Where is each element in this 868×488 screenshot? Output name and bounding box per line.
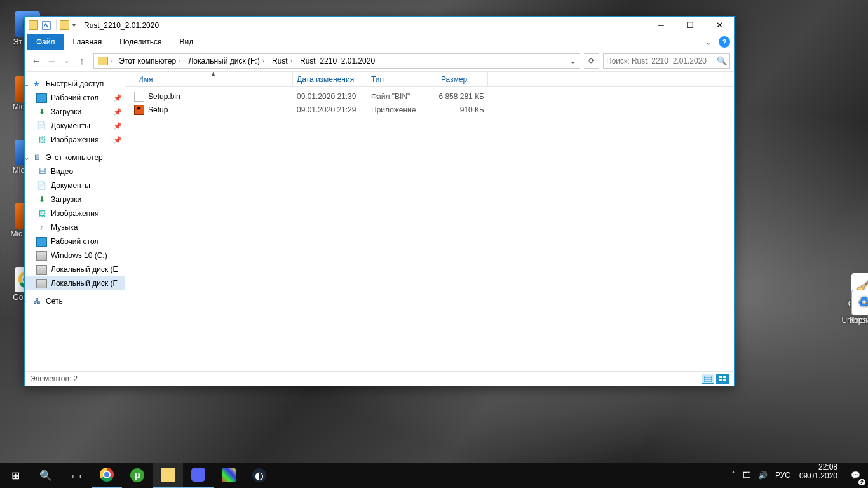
pin-icon: 📌: [113, 94, 122, 102]
sidebar-network[interactable]: › 🖧 Сеть: [25, 294, 125, 308]
folder-icon: [60, 20, 69, 30]
file-explorer-window: ▾ Rust_2210_2.01.2020 ─ ☐ ✕ Файл Главная…: [24, 16, 735, 386]
search-box[interactable]: 🔍: [603, 53, 730, 69]
breadcrumb-seg[interactable]: Локальный диск (F:)›: [184, 54, 268, 68]
taskbar-rubik[interactable]: [214, 463, 244, 488]
nav-recent-icon[interactable]: ⌄: [59, 53, 74, 69]
monitor-icon: [36, 237, 47, 247]
sort-asc-icon: ▲: [210, 72, 216, 77]
taskbar-utorrent[interactable]: µ: [122, 463, 153, 488]
pictures-icon: 🖼: [36, 209, 47, 219]
sidebar-item-pictures-2[interactable]: 🖼Изображения: [25, 207, 125, 220]
desktop-icon-trash[interactable]: ♻ Корзина: [841, 290, 868, 337]
tray-notifications[interactable]: 💬 2: [843, 463, 868, 488]
star-icon: ★: [31, 79, 42, 89]
sidebar-item-documents-2[interactable]: 📄Документы: [25, 179, 125, 193]
sidebar-item-documents[interactable]: 📄Документы📌: [25, 119, 125, 133]
taskbar-chrome[interactable]: [92, 463, 122, 488]
maximize-button[interactable]: ☐: [675, 17, 705, 34]
sidebar-item-videos[interactable]: 🎞Видео: [25, 165, 125, 179]
sidebar-item-drive-c[interactable]: Windows 10 (C:): [25, 248, 125, 262]
ribbon-tab-share[interactable]: Поделиться: [111, 34, 170, 50]
view-details-button[interactable]: [702, 374, 714, 384]
search-button[interactable]: 🔍: [31, 463, 61, 488]
nav-forward-button[interactable]: →: [44, 53, 59, 69]
music-icon: ♪: [36, 223, 47, 233]
tray-language[interactable]: РУС: [771, 463, 794, 488]
file-row[interactable]: Setup 09.01.2020 21:29 Приложение 910 КБ: [134, 103, 734, 116]
utorrent-icon: µ: [130, 468, 144, 482]
document-icon: 📄: [36, 121, 47, 131]
tray-power-icon[interactable]: 🗔: [739, 463, 754, 488]
system-tray: ˄ 🗔 🔊 РУС 22:08 09.01.2020 💬 2: [728, 463, 868, 488]
video-icon: 🎞: [36, 167, 47, 177]
ribbon-tab-view[interactable]: Вид: [170, 34, 202, 50]
taskview-button[interactable]: ▭: [61, 463, 92, 488]
sidebar-item-pictures[interactable]: 🖼Изображения📌: [25, 133, 125, 147]
download-icon: ⬇: [36, 195, 47, 205]
breadcrumb-seg[interactable]: Rust›: [268, 54, 296, 68]
sidebar-this-pc[interactable]: ⌄ 🖥 Этот компьютер: [25, 151, 125, 165]
sidebar-quick-access[interactable]: ⌄ ★ Быстрый доступ: [25, 77, 125, 91]
pictures-icon: 🖼: [36, 135, 47, 145]
search-input[interactable]: [606, 57, 717, 65]
svg-rect-6: [719, 379, 722, 381]
document-icon: 📄: [36, 181, 47, 191]
pin-icon: 📌: [113, 122, 122, 130]
navigation-pane: ⌄ ★ Быстрый доступ Рабочий стол📌 ⬇Загруз…: [25, 72, 125, 371]
qat-properties-icon[interactable]: [42, 21, 51, 30]
close-button[interactable]: ✕: [705, 17, 734, 34]
help-icon[interactable]: ?: [719, 36, 730, 48]
column-type[interactable]: Тип: [367, 72, 437, 86]
address-bar[interactable]: › Этот компьютер› Локальный диск (F:)› R…: [93, 53, 580, 69]
minimize-button[interactable]: ─: [646, 17, 675, 34]
search-icon[interactable]: 🔍: [717, 56, 727, 65]
breadcrumb-seg[interactable]: Rust_2210_2.01.2020: [296, 54, 379, 68]
search-icon: 🔍: [39, 468, 53, 482]
network-icon: 🖧: [31, 297, 42, 306]
folder-icon: [29, 20, 38, 30]
ribbon-expand-icon[interactable]: ⌄: [705, 37, 712, 47]
view-large-button[interactable]: [716, 374, 729, 384]
nav-back-button[interactable]: ←: [29, 53, 44, 69]
start-button[interactable]: ⊞: [0, 463, 31, 488]
sidebar-item-downloads-2[interactable]: ⬇Загрузки: [25, 193, 125, 207]
folder-icon: [98, 57, 108, 65]
address-dropdown-icon[interactable]: ⌄: [566, 56, 580, 65]
sidebar-item-desktop-2[interactable]: Рабочий стол: [25, 234, 125, 248]
ribbon-tab-home[interactable]: Главная: [64, 34, 111, 50]
drive-icon: [36, 265, 47, 274]
sidebar-item-music[interactable]: ♪Музыка: [25, 220, 125, 234]
sidebar-item-drive-e[interactable]: Локальный диск (E: [25, 262, 125, 276]
pin-icon: 📌: [113, 136, 122, 144]
svg-rect-1: [704, 376, 712, 382]
status-text: Элементов: 2: [30, 374, 78, 383]
column-name[interactable]: Имя▲: [134, 72, 293, 86]
tray-clock[interactable]: 22:08 09.01.2020: [794, 463, 843, 488]
taskbar-discord[interactable]: [183, 463, 214, 488]
tray-volume-icon[interactable]: 🔊: [754, 463, 771, 488]
folder-icon: [161, 468, 175, 482]
taskbar-explorer[interactable]: [153, 463, 183, 488]
titlebar[interactable]: ▾ Rust_2210_2.01.2020 ─ ☐ ✕: [25, 17, 734, 34]
ribbon-tab-file[interactable]: Файл: [27, 34, 64, 50]
qat-dropdown-icon[interactable]: ▾: [72, 22, 76, 29]
sidebar-item-downloads[interactable]: ⬇Загрузки📌: [25, 105, 125, 119]
tray-chevron-icon[interactable]: ˄: [728, 463, 739, 488]
pin-icon: 📌: [113, 108, 122, 116]
column-size[interactable]: Размер: [437, 72, 488, 86]
file-icon: [134, 92, 144, 102]
sidebar-item-drive-f[interactable]: Локальный диск (F: [25, 276, 125, 290]
download-icon: ⬇: [36, 107, 47, 117]
refresh-button[interactable]: ⟳: [584, 53, 599, 69]
breadcrumb-seg[interactable]: Этот компьютер›: [115, 54, 184, 68]
window-title: Rust_2210_2.01.2020: [84, 21, 159, 30]
file-row[interactable]: Setup.bin 09.01.2020 21:39 Файл "BIN" 6 …: [134, 90, 734, 103]
taskbar-steam[interactable]: ◐: [244, 463, 275, 488]
nav-up-button[interactable]: ↑: [74, 53, 90, 69]
monitor-icon: [36, 93, 47, 103]
column-date[interactable]: Дата изменения: [293, 72, 367, 86]
chrome-icon: [100, 468, 114, 482]
sidebar-item-desktop[interactable]: Рабочий стол📌: [25, 91, 125, 105]
drive-icon: [36, 251, 47, 261]
